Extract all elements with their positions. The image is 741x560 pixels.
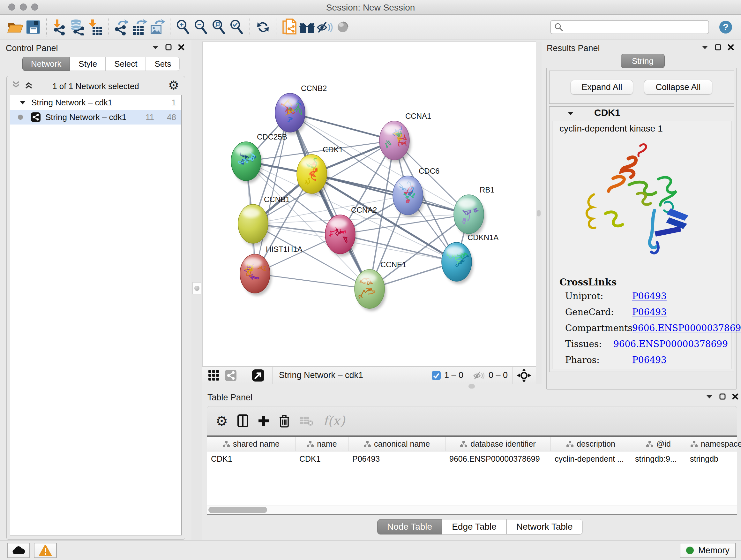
export-table-button[interactable] xyxy=(130,17,148,37)
network-view-mode-icon[interactable] xyxy=(225,369,237,381)
column-header-label: @id xyxy=(657,439,671,449)
tab-network[interactable]: Network xyxy=(22,57,70,71)
tab-string[interactable]: String xyxy=(621,54,665,68)
panel-float-icon[interactable] xyxy=(715,44,721,51)
node-RB1[interactable]: RB1 xyxy=(454,186,495,236)
tab-style[interactable]: Style xyxy=(70,57,106,71)
crosslink-link[interactable]: P06493 xyxy=(632,291,667,301)
delete-column-trash-icon[interactable] xyxy=(279,414,290,428)
help-button[interactable]: ? xyxy=(717,17,735,37)
detach-view-icon[interactable] xyxy=(252,369,265,382)
left-splitter-handle[interactable] xyxy=(192,282,201,294)
edge-CCNE1-HIST1H1A[interactable] xyxy=(255,273,369,289)
right-splitter-handle[interactable] xyxy=(537,210,541,216)
network-collection-row[interactable]: String Network – cdk1 1 xyxy=(10,95,181,110)
column-header-database-identifier[interactable]: database identifier xyxy=(446,437,551,451)
edge-CDK1-RB1[interactable] xyxy=(312,174,469,214)
show-graphics-details-button[interactable] xyxy=(334,17,352,37)
table-horizontal-scrollbar[interactable] xyxy=(207,505,737,514)
node-CDKN1A[interactable]: CDKN1A xyxy=(442,233,498,284)
column-header-label: name xyxy=(317,439,337,449)
node-CCNB1[interactable]: CCNB1 xyxy=(238,195,290,246)
column-header-shared-name[interactable]: shared name xyxy=(207,437,295,451)
import-table-icon xyxy=(87,19,103,36)
network-options-gear-icon[interactable]: ⚙ xyxy=(168,78,179,92)
protein-collapse-icon[interactable] xyxy=(567,111,574,116)
export-network-icon xyxy=(113,19,130,36)
panel-collapse-icon[interactable] xyxy=(706,394,713,399)
hide-selected-button[interactable] xyxy=(316,17,334,37)
new-network-from-selection-button[interactable] xyxy=(280,17,298,37)
show-columns-icon[interactable] xyxy=(238,415,248,427)
collapse-all-button[interactable]: Collapse All xyxy=(644,80,712,95)
tab-select[interactable]: Select xyxy=(106,57,146,71)
panel-close-icon[interactable] xyxy=(732,393,738,400)
scrollbar-thumb[interactable] xyxy=(208,507,267,513)
panel-float-icon[interactable] xyxy=(165,44,172,51)
panel-float-icon[interactable] xyxy=(719,393,726,400)
search-field[interactable] xyxy=(550,20,709,34)
node-CCNB2[interactable]: CCNB2 xyxy=(275,84,327,135)
crosslink-link[interactable]: 9606.ENSP00000378699 xyxy=(632,323,741,333)
add-column-icon[interactable] xyxy=(258,415,269,427)
import-network-from-database-button[interactable] xyxy=(68,17,86,37)
zoom-out-button[interactable] xyxy=(192,17,210,37)
node-CCNA2[interactable]: CCNA2 xyxy=(325,206,377,256)
left-splitter[interactable] xyxy=(192,40,202,540)
node-CCNA1[interactable]: CCNA1 xyxy=(380,112,431,163)
crosslink-link[interactable]: P06493 xyxy=(632,307,667,317)
tab-network-table[interactable]: Network Table xyxy=(507,519,583,535)
zoom-selected-button[interactable] xyxy=(228,17,246,37)
warning-button[interactable] xyxy=(34,543,57,558)
panel-collapse-icon[interactable] xyxy=(152,45,159,50)
panel-close-icon[interactable] xyxy=(728,44,734,51)
cloud-status-button[interactable] xyxy=(7,543,30,558)
zoom-in-icon xyxy=(176,19,191,35)
table-settings-gear-icon[interactable]: ⚙ xyxy=(215,413,228,429)
column-header-name[interactable]: name xyxy=(295,437,348,451)
column-header-@id[interactable]: @id xyxy=(631,437,686,451)
apply-preferred-layout-button[interactable] xyxy=(254,17,272,37)
column-header-namespace[interactable]: namespace xyxy=(686,437,741,451)
search-icon xyxy=(554,22,563,32)
tree-expand-icon[interactable] xyxy=(20,101,25,105)
table-cell: stringdb:9... xyxy=(631,451,686,466)
tab-sets[interactable]: Sets xyxy=(146,57,180,71)
import-network-from-file-button[interactable] xyxy=(51,17,68,37)
save-session-button[interactable] xyxy=(24,17,42,37)
right-splitter[interactable] xyxy=(536,42,542,390)
panel-collapse-icon[interactable] xyxy=(701,45,709,50)
column-header-canonical-name[interactable]: canonical name xyxy=(348,437,446,451)
first-neighbors-button[interactable] xyxy=(298,17,316,37)
column-header-description[interactable]: description xyxy=(551,437,631,451)
search-input[interactable] xyxy=(563,22,701,32)
memory-button[interactable]: Memory xyxy=(680,543,736,558)
protein-description: cyclin-dependent kinase 1 xyxy=(559,124,663,134)
network-graph[interactable]: CCNB2CCNA1CDC25BCDK1CDC6RB1CCNB1CCNA2CDK… xyxy=(203,42,536,367)
node-CCNE1[interactable]: CCNE1 xyxy=(354,260,406,311)
grid-view-icon[interactable] xyxy=(208,370,219,381)
import-table-from-file-button[interactable] xyxy=(86,17,104,37)
panel-close-icon[interactable] xyxy=(178,44,185,51)
selected-checkbox-icon[interactable] xyxy=(431,371,441,380)
crosslink-link[interactable]: 9606.ENSP00000378699 xyxy=(613,339,728,349)
birdseye-navigator-icon[interactable] xyxy=(517,368,531,382)
tab-node-table[interactable]: Node Table xyxy=(377,519,442,535)
expand-all-button[interactable]: Expand All xyxy=(570,80,633,95)
node-CDC25B[interactable]: CDC25B xyxy=(231,132,287,183)
bottom-splitter-handle[interactable] xyxy=(468,384,475,388)
network-row[interactable]: String Network – cdk1 11 48 xyxy=(10,110,181,125)
node-CDC6[interactable]: CDC6 xyxy=(393,167,440,217)
node-HIST1H1A[interactable]: HIST1H1A xyxy=(240,245,302,296)
zoom-in-button[interactable] xyxy=(174,17,192,37)
zoom-fit-content-button[interactable] xyxy=(210,17,228,37)
export-image-button[interactable] xyxy=(148,17,166,37)
tab-edge-table[interactable]: Edge Table xyxy=(442,519,507,535)
table-row[interactable]: CDK1CDK1P064939606.ENSP00000378699cyclin… xyxy=(207,451,737,466)
hidden-eye-icon[interactable] xyxy=(473,370,485,381)
export-network-button[interactable] xyxy=(112,17,130,37)
network-canvas[interactable]: CCNB2CCNA1CDC25BCDK1CDC6RB1CCNB1CCNA2CDK… xyxy=(202,42,536,367)
crosslinks-list: Uniprot:P06493GeneCard:P06493Compartment… xyxy=(565,291,728,371)
open-session-button[interactable] xyxy=(6,17,24,37)
crosslink-link[interactable]: P06493 xyxy=(632,355,667,365)
